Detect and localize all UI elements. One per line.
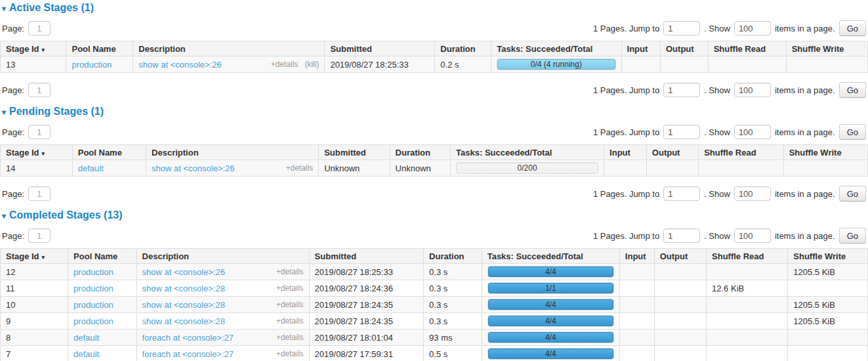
stage-description-link[interactable]: show at <console>:28 bbox=[142, 284, 225, 293]
stage-description-link[interactable]: show at <console>:28 bbox=[142, 300, 225, 310]
column-header-shuffle-read[interactable]: Shuffle Read bbox=[708, 41, 786, 56]
page-number-input[interactable] bbox=[28, 83, 51, 97]
column-header-tasks-succeeded-total[interactable]: Tasks: Succeeded/Total bbox=[451, 145, 604, 160]
column-header-stage-id[interactable]: Stage Id▾ bbox=[1, 145, 73, 160]
page-number-input[interactable] bbox=[28, 21, 51, 35]
column-header-output[interactable]: Output bbox=[661, 41, 709, 56]
progress-label: 4/4 bbox=[488, 299, 613, 310]
details-toggle-link[interactable]: +details bbox=[276, 267, 304, 276]
column-header-label: Tasks: Succeeded/Total bbox=[497, 44, 592, 54]
column-header-stage-id[interactable]: Stage Id▾ bbox=[1, 41, 66, 56]
items-per-page-input[interactable] bbox=[734, 228, 771, 243]
column-header-label: Input bbox=[627, 44, 648, 54]
column-header-stage-id[interactable]: Stage Id▾ bbox=[1, 249, 68, 264]
details-toggle-link[interactable]: +details bbox=[276, 333, 304, 342]
column-header-input[interactable]: Input bbox=[621, 41, 660, 56]
details-toggle-link[interactable]: +details bbox=[276, 349, 304, 358]
pool-name-link[interactable]: production bbox=[73, 284, 114, 293]
details-toggle-link[interactable]: +details bbox=[285, 163, 313, 173]
column-header-submitted[interactable]: Submitted bbox=[309, 249, 424, 264]
items-per-page-input[interactable] bbox=[734, 186, 771, 201]
column-header-output[interactable]: Output bbox=[654, 249, 706, 264]
column-header-description[interactable]: Description bbox=[136, 249, 309, 264]
column-header-pool-name[interactable]: Pool Name bbox=[68, 249, 136, 264]
pool-name-link[interactable]: production bbox=[73, 267, 114, 277]
pool-name-cell: production bbox=[68, 264, 136, 280]
jump-to-page-input[interactable] bbox=[663, 83, 700, 97]
pool-name-link[interactable]: default bbox=[73, 349, 99, 359]
pool-name-link[interactable]: default bbox=[73, 333, 99, 343]
description-wrap: show at <console>:26+details(kill) bbox=[138, 60, 319, 70]
column-header-input[interactable]: Input bbox=[604, 145, 647, 160]
stage-description-link[interactable]: foreach at <console>:27 bbox=[142, 333, 234, 343]
go-button[interactable]: Go bbox=[839, 82, 866, 98]
column-header-label: Tasks: Succeeded/Total bbox=[487, 251, 583, 261]
column-header-duration[interactable]: Duration bbox=[435, 41, 491, 56]
output-cell bbox=[646, 160, 698, 177]
pool-name-link[interactable]: production bbox=[72, 60, 112, 70]
column-header-shuffle-write[interactable]: Shuffle Write bbox=[788, 249, 868, 264]
column-header-pool-name[interactable]: Pool Name bbox=[72, 145, 146, 160]
items-per-page-input[interactable] bbox=[734, 125, 771, 139]
tasks-progress-cell: 4/4 bbox=[482, 329, 619, 346]
column-header-label: Duration bbox=[429, 251, 464, 261]
go-button[interactable]: Go bbox=[839, 124, 866, 140]
pagination-row: Page: 1 Pages. Jump to . Show items in a… bbox=[2, 227, 866, 244]
details-toggle-link[interactable]: +details bbox=[276, 316, 304, 326]
column-header-shuffle-write[interactable]: Shuffle Write bbox=[786, 41, 867, 56]
column-header-label: Output bbox=[660, 251, 688, 261]
jump-to-page-input[interactable] bbox=[663, 21, 700, 35]
column-header-description[interactable]: Description bbox=[146, 145, 319, 160]
column-header-label: Shuffle Write bbox=[793, 251, 846, 261]
active-stages-heading[interactable]: ▾Active Stages (1) bbox=[2, 1, 868, 15]
column-header-tasks-succeeded-total[interactable]: Tasks: Succeeded/Total bbox=[482, 249, 619, 264]
stage-description-link[interactable]: show at <console>:26 bbox=[138, 60, 221, 70]
items-per-page-input[interactable] bbox=[734, 83, 771, 97]
pages-count-text: 1 Pages. Jump to bbox=[593, 231, 659, 241]
column-header-tasks-succeeded-total[interactable]: Tasks: Succeeded/Total bbox=[491, 41, 621, 56]
column-header-submitted[interactable]: Submitted bbox=[325, 41, 435, 56]
stage-description-link[interactable]: foreach at <console>:27 bbox=[142, 349, 234, 359]
tasks-progress-cell: 0/200 bbox=[451, 160, 604, 177]
go-button[interactable]: Go bbox=[839, 228, 866, 244]
column-header-submitted[interactable]: Submitted bbox=[319, 145, 390, 160]
items-per-page-input[interactable] bbox=[734, 21, 771, 35]
page-number-input[interactable] bbox=[28, 125, 51, 139]
page-number-input[interactable] bbox=[28, 228, 51, 243]
pool-name-link[interactable]: default bbox=[78, 163, 104, 173]
jump-to-page-input[interactable] bbox=[663, 125, 700, 139]
go-button[interactable]: Go bbox=[839, 20, 866, 36]
shuffle-read-cell bbox=[707, 313, 788, 329]
kill-stage-link[interactable]: (kill) bbox=[304, 60, 319, 69]
stage-id-cell: 14 bbox=[1, 160, 73, 177]
details-toggle-link[interactable]: +details bbox=[276, 300, 304, 309]
column-header-shuffle-read[interactable]: Shuffle Read bbox=[699, 145, 784, 160]
tasks-progress-cell: 1/1 bbox=[482, 280, 619, 297]
jump-to-page-input[interactable] bbox=[663, 186, 700, 201]
stage-description-link[interactable]: show at <console>:26 bbox=[152, 163, 234, 173]
column-header-output[interactable]: Output bbox=[646, 145, 698, 160]
completed-stages-heading[interactable]: ▾Completed Stages (13) bbox=[2, 209, 868, 223]
pending-stages-heading[interactable]: ▾Pending Stages (1) bbox=[2, 105, 868, 119]
input-cell bbox=[619, 329, 654, 346]
details-toggle-link[interactable]: +details bbox=[276, 284, 304, 293]
column-header-duration[interactable]: Duration bbox=[390, 145, 451, 160]
column-header-input[interactable]: Input bbox=[619, 249, 654, 264]
column-header-pool-name[interactable]: Pool Name bbox=[66, 41, 133, 56]
description-cell: show at <console>:28+details bbox=[136, 313, 309, 329]
stage-description-link[interactable]: show at <console>:28 bbox=[142, 316, 225, 326]
column-header-shuffle-read[interactable]: Shuffle Read bbox=[707, 249, 788, 264]
shuffle-read-cell: 12.6 KiB bbox=[707, 280, 788, 297]
column-header-label: Stage Id bbox=[6, 44, 39, 54]
column-header-description[interactable]: Description bbox=[133, 41, 325, 56]
page-number-input[interactable] bbox=[28, 186, 51, 201]
column-header-duration[interactable]: Duration bbox=[424, 249, 482, 264]
pool-name-link[interactable]: production bbox=[73, 316, 114, 326]
go-button[interactable]: Go bbox=[839, 186, 866, 202]
description-wrap: show at <console>:26+details bbox=[142, 267, 304, 277]
stage-description-link[interactable]: show at <console>:26 bbox=[142, 267, 225, 277]
jump-to-page-input[interactable] bbox=[663, 228, 700, 243]
column-header-shuffle-write[interactable]: Shuffle Write bbox=[783, 145, 867, 160]
details-toggle-link[interactable]: +details bbox=[271, 60, 299, 69]
pool-name-link[interactable]: production bbox=[73, 300, 114, 310]
